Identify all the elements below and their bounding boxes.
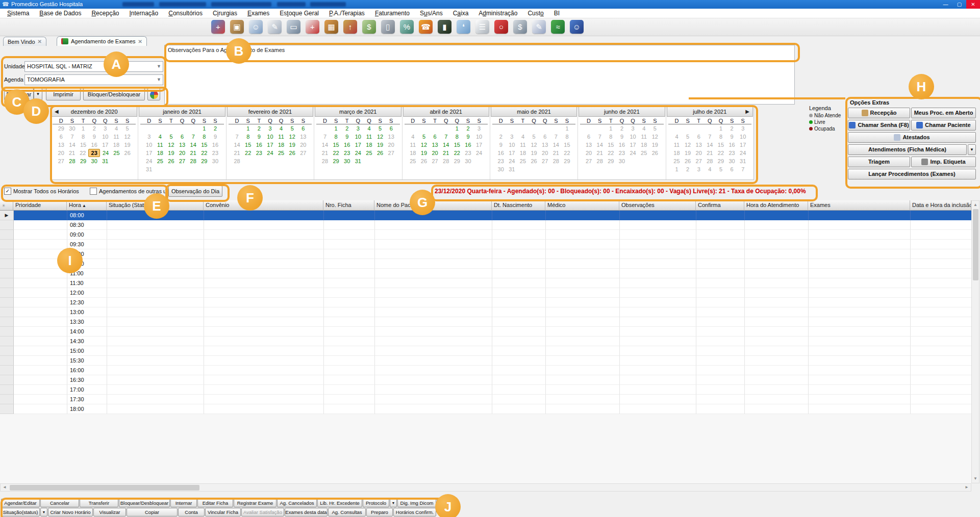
table-row[interactable]: 12:00 (0, 288, 972, 298)
table-row[interactable]: 17:00 (0, 385, 972, 395)
table-row[interactable]: 12:30 (0, 298, 972, 307)
tab-close-icon[interactable]: ✕ (38, 39, 42, 44)
table-row[interactable]: 14:00 (0, 327, 972, 337)
cell-nome-do-paciente (375, 307, 492, 317)
scroll-right-icon[interactable]: ► (963, 484, 970, 491)
cabinet-icon[interactable]: ▯ (381, 20, 395, 34)
vertical-scrollbar[interactable]: ▲ ▼ (971, 200, 979, 483)
menu-item-sistema[interactable]: Sistema (2, 9, 34, 18)
cell-prioridade (14, 366, 67, 375)
tab-agendamento-de-exames[interactable]: Agendamento de Exames✕ (57, 36, 147, 46)
cell-dt-nascimento (492, 375, 546, 385)
column-header-dt-nascimento[interactable]: Dt. Nascimento (492, 200, 545, 211)
column-header-hora[interactable]: Hora ▲ (67, 200, 107, 211)
menu-item-interna-o[interactable]: Internação (124, 9, 163, 18)
ehr-book-icon[interactable]: ≈ (551, 20, 565, 34)
chat-icon[interactable]: ❛ (457, 20, 470, 34)
blue-agenda-icon[interactable]: ☺ (570, 20, 584, 34)
cell-prioridade (14, 220, 67, 230)
table-row[interactable]: 10:30 (0, 259, 972, 269)
cell-m-dico (546, 211, 620, 220)
finance-up-icon[interactable]: ↑ (343, 20, 357, 34)
maximize-button[interactable]: ▢ (952, 0, 966, 9)
cell-observa-es (620, 288, 696, 298)
folder-users-icon[interactable]: ▣ (230, 20, 244, 34)
tab-bem-vindo[interactable]: Bem Vindo✕ (3, 37, 46, 46)
medical-record-icon[interactable]: ✎ (268, 20, 282, 34)
menu-item-p-a-terapias[interactable]: P.A./Terapias (324, 9, 370, 18)
cell-hora-do-atendimento (745, 385, 809, 395)
scroll-up-icon[interactable]: ▲ (972, 201, 979, 209)
menu-item-bi[interactable]: BI (549, 9, 565, 18)
cell-situa-o-status (107, 366, 204, 375)
table-row[interactable]: 17:30 (0, 395, 972, 404)
book-icon[interactable]: ▮ (438, 20, 451, 34)
menu-item-estoque-geral[interactable]: Estoque Geral (274, 9, 324, 18)
scroll-left-icon[interactable]: ◄ (1, 484, 8, 491)
menu-item-administra-o[interactable]: Administração (473, 9, 522, 18)
patient-icon[interactable]: + (211, 20, 225, 34)
menu-item-recep-o[interactable]: Recepção (86, 9, 124, 18)
row-indicator-cell (0, 385, 14, 395)
scrollbar-thumb[interactable] (973, 209, 978, 280)
table-row[interactable]: 09:30 (0, 240, 972, 249)
chart-dollar-icon[interactable]: % (400, 20, 414, 34)
column-header-data-e-hora-da-inclus-o[interactable]: Data e Hora da inclusão (910, 200, 971, 211)
column-header-conv-nio[interactable]: Convênio (204, 200, 323, 211)
column-header-exames[interactable]: Exames (808, 200, 910, 211)
hospital-bed-icon[interactable]: ▭ (287, 20, 300, 34)
cell-conv-nio (204, 288, 324, 298)
supplies-basket-icon[interactable]: ▦ (324, 20, 338, 34)
table-row[interactable]: 13:30 (0, 317, 972, 327)
menu-item-sus-ans[interactable]: Sus/Ans (415, 9, 448, 18)
tab-close-icon[interactable]: ✕ (138, 39, 142, 44)
power-off-icon[interactable]: ○ (494, 20, 508, 34)
table-row[interactable]: 08:30 (0, 220, 972, 230)
column-header-observa-es[interactable]: Observações (619, 200, 696, 211)
column-header-prioridade[interactable]: Prioridade (13, 200, 67, 211)
column-header-confirma[interactable]: Confirma (696, 200, 744, 211)
menu-item-faturamento[interactable]: Faturamento (370, 9, 415, 18)
menu-item-consult-rios[interactable]: Consultórios (163, 9, 208, 18)
table-row[interactable]: 18:00 (0, 404, 972, 414)
phonebook-icon[interactable]: ☎ (419, 20, 433, 34)
cell-hora-do-atendimento (745, 395, 809, 404)
menu-item-base-de-dados[interactable]: Base de Dados (34, 9, 86, 18)
table-row[interactable]: 11:00 (0, 269, 972, 278)
billing-search-icon[interactable]: $ (513, 20, 527, 34)
table-row[interactable]: 15:30 (0, 356, 972, 366)
column-header-m-dico[interactable]: Médico (545, 200, 619, 211)
table-row[interactable]: 15:00 (0, 346, 972, 356)
ambulance-icon[interactable]: + (306, 20, 319, 34)
cell-data-e-hora-da-inclus-o (911, 366, 972, 375)
table-row[interactable]: 09:00 (0, 230, 972, 240)
report-list-icon[interactable]: ☰ (475, 20, 489, 34)
minimize-button[interactable]: — (939, 0, 952, 9)
close-button[interactable]: ✕ (966, 0, 980, 9)
horizontal-scrollbar[interactable]: ◄ ► (0, 483, 971, 492)
cash-icon[interactable]: $ (362, 20, 376, 34)
menu-item-caixa[interactable]: Caixa (448, 9, 474, 18)
table-row[interactable]: 10:00 (0, 249, 972, 259)
cell-data-e-hora-da-inclus-o (911, 307, 972, 317)
window-title: Promedico Gestão Hospitala (11, 1, 83, 7)
cell-prioridade (14, 269, 67, 278)
column-header-nro-ficha[interactable]: Nro. Ficha (323, 200, 374, 211)
table-row[interactable]: 16:00 (0, 366, 972, 375)
row-indicator-header[interactable]: ✳ (0, 200, 13, 211)
column-header-hora-do-atendimento[interactable]: Hora do Atendimento (744, 200, 808, 211)
menu-item-exames[interactable]: Exames (242, 9, 274, 18)
cell-confirma (696, 375, 745, 385)
scroll-down-icon[interactable]: ▼ (972, 475, 979, 482)
cell-data-e-hora-da-inclus-o (911, 240, 972, 249)
cell-observa-es (620, 269, 696, 278)
menu-item-cirurgias[interactable]: Cirurgias (208, 9, 242, 18)
table-row[interactable]: 13:00 (0, 307, 972, 317)
table-row[interactable]: 16:30 (0, 375, 972, 385)
doctor-icon[interactable]: ☺ (249, 20, 263, 34)
table-row[interactable]: 14:30 (0, 337, 972, 346)
table-row[interactable]: 11:30 (0, 278, 972, 288)
contract-icon[interactable]: ✎ (532, 20, 546, 34)
scrollbar-thumb[interactable] (10, 485, 199, 490)
menu-item-custo[interactable]: Custo (522, 9, 548, 18)
